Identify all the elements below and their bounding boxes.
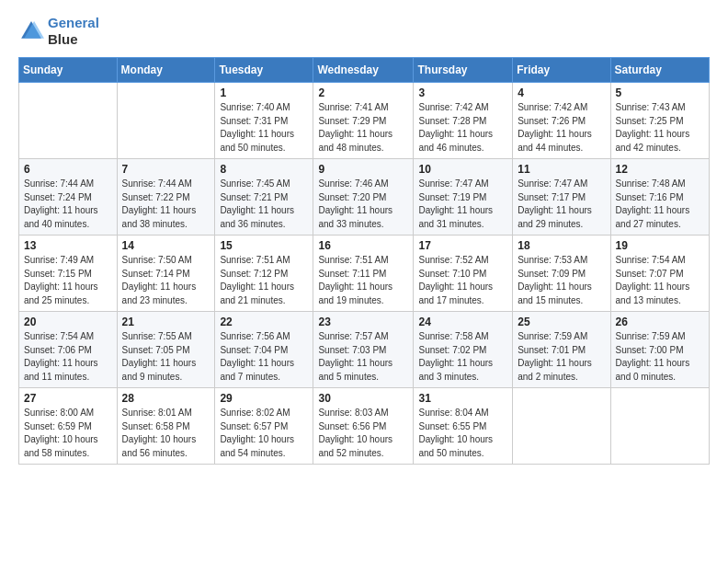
day-info: Sunrise: 7:44 AM Sunset: 7:22 PM Dayligh… [122,178,210,231]
day-number: 2 [318,86,408,99]
day-info: Sunrise: 7:55 AM Sunset: 7:05 PM Dayligh… [122,330,210,384]
day-number: 13 [24,239,112,252]
logo-icon [18,18,44,44]
day-info: Sunrise: 8:00 AM Sunset: 6:59 PM Dayligh… [24,407,112,460]
calendar-cell: 20Sunrise: 7:54 AM Sunset: 7:06 PM Dayli… [19,312,118,388]
calendar-cell: 26Sunrise: 7:59 AM Sunset: 7:00 PM Dayli… [610,312,709,388]
logo-blue: Blue [48,31,99,48]
calendar-table: Sunday Monday Tuesday Wednesday Thursday… [18,57,710,465]
day-info: Sunrise: 7:54 AM Sunset: 7:06 PM Dayligh… [24,330,112,384]
day-number: 11 [518,163,605,176]
day-number: 7 [122,163,210,176]
col-tuesday: Tuesday [215,58,313,83]
day-number: 9 [318,163,408,176]
day-number: 19 [616,239,704,252]
col-wednesday: Wednesday [313,58,414,83]
day-info: Sunrise: 7:44 AM Sunset: 7:24 PM Dayligh… [24,178,112,231]
calendar-cell: 17Sunrise: 7:52 AM Sunset: 7:10 PM Dayli… [414,236,513,312]
day-number: 29 [220,392,308,405]
page: General Blue Sunday Monday Tuesday Wedne… [0,0,728,563]
col-sunday: Sunday [19,58,118,83]
day-info: Sunrise: 7:51 AM Sunset: 7:12 PM Dayligh… [220,254,308,307]
day-number: 22 [220,316,308,328]
day-info: Sunrise: 7:53 AM Sunset: 7:09 PM Dayligh… [518,254,605,307]
day-info: Sunrise: 7:42 AM Sunset: 7:26 PM Dayligh… [518,101,605,155]
day-number: 12 [616,163,704,176]
calendar-cell [117,83,215,159]
day-number: 23 [318,316,408,328]
calendar-cell: 8Sunrise: 7:45 AM Sunset: 7:21 PM Daylig… [215,159,313,236]
day-number: 27 [24,392,112,405]
calendar-cell: 25Sunrise: 7:59 AM Sunset: 7:01 PM Dayli… [513,312,610,388]
day-number: 1 [220,86,308,99]
calendar-cell: 27Sunrise: 8:00 AM Sunset: 6:59 PM Dayli… [19,388,118,465]
day-number: 15 [220,239,308,252]
day-number: 20 [24,316,112,328]
calendar-cell: 15Sunrise: 7:51 AM Sunset: 7:12 PM Dayli… [215,236,313,312]
day-info: Sunrise: 7:46 AM Sunset: 7:20 PM Dayligh… [318,178,408,231]
calendar-cell: 9Sunrise: 7:46 AM Sunset: 7:20 PM Daylig… [313,159,414,236]
day-number: 24 [418,316,507,328]
day-number: 6 [24,163,112,176]
day-info: Sunrise: 7:40 AM Sunset: 7:31 PM Dayligh… [220,101,308,155]
calendar-cell: 29Sunrise: 8:02 AM Sunset: 6:57 PM Dayli… [215,388,313,465]
col-thursday: Thursday [414,58,513,83]
calendar-week-3: 13Sunrise: 7:49 AM Sunset: 7:15 PM Dayli… [19,236,710,312]
day-number: 5 [616,86,704,99]
calendar-cell: 5Sunrise: 7:43 AM Sunset: 7:25 PM Daylig… [610,83,709,159]
calendar-cell [513,388,610,465]
calendar-week-4: 20Sunrise: 7:54 AM Sunset: 7:06 PM Dayli… [19,312,710,388]
day-info: Sunrise: 7:59 AM Sunset: 7:01 PM Dayligh… [518,330,605,384]
calendar-cell: 4Sunrise: 7:42 AM Sunset: 7:26 PM Daylig… [513,83,610,159]
day-info: Sunrise: 7:41 AM Sunset: 7:29 PM Dayligh… [318,101,408,155]
calendar-cell: 12Sunrise: 7:48 AM Sunset: 7:16 PM Dayli… [610,159,709,236]
day-info: Sunrise: 7:42 AM Sunset: 7:28 PM Dayligh… [418,101,507,155]
calendar-cell: 30Sunrise: 8:03 AM Sunset: 6:56 PM Dayli… [313,388,414,465]
day-number: 8 [220,163,308,176]
day-info: Sunrise: 7:47 AM Sunset: 7:19 PM Dayligh… [418,178,507,231]
col-friday: Friday [513,58,610,83]
col-saturday: Saturday [610,58,709,83]
calendar-cell: 10Sunrise: 7:47 AM Sunset: 7:19 PM Dayli… [414,159,513,236]
calendar-cell: 31Sunrise: 8:04 AM Sunset: 6:55 PM Dayli… [414,388,513,465]
calendar-cell [19,83,118,159]
day-number: 16 [318,239,408,252]
day-info: Sunrise: 7:51 AM Sunset: 7:11 PM Dayligh… [318,254,408,307]
header-row: Sunday Monday Tuesday Wednesday Thursday… [19,58,710,83]
day-info: Sunrise: 7:52 AM Sunset: 7:10 PM Dayligh… [418,254,507,307]
day-info: Sunrise: 7:59 AM Sunset: 7:00 PM Dayligh… [616,330,704,384]
day-number: 18 [518,239,605,252]
day-number: 25 [518,316,605,328]
day-info: Sunrise: 7:43 AM Sunset: 7:25 PM Dayligh… [616,101,704,155]
logo: General Blue [18,15,99,48]
day-info: Sunrise: 8:01 AM Sunset: 6:58 PM Dayligh… [122,407,210,460]
day-number: 10 [418,163,507,176]
day-info: Sunrise: 7:56 AM Sunset: 7:04 PM Dayligh… [220,330,308,384]
header: General Blue [18,15,710,48]
calendar-cell: 13Sunrise: 7:49 AM Sunset: 7:15 PM Dayli… [19,236,118,312]
calendar-cell: 7Sunrise: 7:44 AM Sunset: 7:22 PM Daylig… [117,159,215,236]
day-number: 26 [616,316,704,328]
calendar-cell: 6Sunrise: 7:44 AM Sunset: 7:24 PM Daylig… [19,159,118,236]
calendar-cell [610,388,709,465]
day-number: 30 [318,392,408,405]
day-info: Sunrise: 7:48 AM Sunset: 7:16 PM Dayligh… [616,178,704,231]
calendar-week-5: 27Sunrise: 8:00 AM Sunset: 6:59 PM Dayli… [19,388,710,465]
col-monday: Monday [117,58,215,83]
calendar-week-1: 1Sunrise: 7:40 AM Sunset: 7:31 PM Daylig… [19,83,710,159]
day-number: 31 [418,392,507,405]
calendar-cell: 3Sunrise: 7:42 AM Sunset: 7:28 PM Daylig… [414,83,513,159]
calendar-cell: 16Sunrise: 7:51 AM Sunset: 7:11 PM Dayli… [313,236,414,312]
day-info: Sunrise: 7:45 AM Sunset: 7:21 PM Dayligh… [220,178,308,231]
calendar-header: Sunday Monday Tuesday Wednesday Thursday… [19,58,710,83]
day-number: 17 [418,239,507,252]
day-info: Sunrise: 7:49 AM Sunset: 7:15 PM Dayligh… [24,254,112,307]
day-info: Sunrise: 8:02 AM Sunset: 6:57 PM Dayligh… [220,407,308,460]
day-info: Sunrise: 7:58 AM Sunset: 7:02 PM Dayligh… [418,330,507,384]
calendar-cell: 18Sunrise: 7:53 AM Sunset: 7:09 PM Dayli… [513,236,610,312]
calendar-cell: 2Sunrise: 7:41 AM Sunset: 7:29 PM Daylig… [313,83,414,159]
day-number: 4 [518,86,605,99]
calendar-body: 1Sunrise: 7:40 AM Sunset: 7:31 PM Daylig… [19,83,710,465]
day-info: Sunrise: 8:03 AM Sunset: 6:56 PM Dayligh… [318,407,408,460]
day-info: Sunrise: 7:50 AM Sunset: 7:14 PM Dayligh… [122,254,210,307]
